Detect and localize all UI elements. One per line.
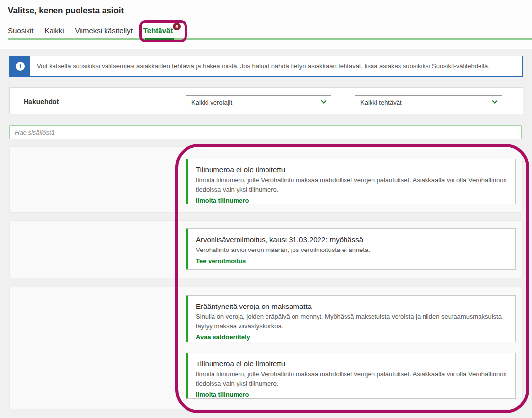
- chevron-down-icon: [321, 98, 326, 104]
- choose-client-screen: Valitse, kenen puolesta asioit Suosikit …: [0, 0, 532, 418]
- info-banner-text: Voit katsella suosikiksi valitsemiesi as…: [30, 56, 522, 76]
- search-conditions-label: Hakuehdot: [24, 98, 59, 106]
- task-title: Arvonlisäveroilmoitus, kausi 31.03.2022:…: [196, 235, 507, 244]
- tab-tehtavat-label: Tehtävät: [143, 27, 173, 35]
- tab-bar: Suosikit Kaikki Viimeksi käsitellyt Teht…: [8, 27, 173, 35]
- task-action-link[interactable]: Avaa saldoerittely: [196, 334, 250, 341]
- tab-kaikki[interactable]: Kaikki: [45, 27, 64, 35]
- page-title: Valitse, kenen puolesta asioit: [8, 6, 124, 16]
- task-type-select-value: Kaikki tehtävät: [360, 99, 402, 106]
- task-type-select[interactable]: Kaikki tehtävät: [355, 95, 502, 109]
- info-banner: i Voit katsella suosikiksi valitsemiesi …: [9, 56, 523, 77]
- chevron-down-icon: [492, 98, 497, 104]
- task-title: Tilinumeroa ei ole ilmoitettu: [196, 360, 507, 368]
- task-description: Sinulla on veroja, joiden eräpäivä on me…: [196, 312, 507, 331]
- tab-suosikit[interactable]: Suosikit: [8, 27, 34, 35]
- search-conditions-panel: Hakuehdot Kaikki verolajit Kaikki tehtäv…: [9, 87, 523, 114]
- task-action-link[interactable]: Ilmoita tilinumero: [196, 391, 249, 398]
- tabs-underline: [8, 38, 532, 40]
- task-description: Verohallinto arvioi veron määrän, jos ve…: [196, 246, 507, 255]
- tab-tehtavat[interactable]: Tehtävät 6: [143, 27, 173, 35]
- task-title: Tilinumeroa ei ole ilmoitettu: [196, 166, 507, 174]
- info-icon-block: i: [10, 56, 30, 76]
- info-icon: i: [16, 62, 25, 71]
- task-card-account-number: Tilinumeroa ei ole ilmoitettu Ilmoita ti…: [186, 159, 516, 204]
- task-card-account-number: Tilinumeroa ei ole ilmoitettu Ilmoita ti…: [186, 353, 516, 399]
- task-card-overdue-taxes: Erääntyneitä veroja on maksamatta Sinull…: [186, 295, 516, 342]
- task-description: Ilmoita tilinumero, jolle Verohallinto m…: [196, 370, 507, 389]
- task-action-link[interactable]: Ilmoita tilinumero: [196, 197, 249, 204]
- active-tab-indicator: [145, 38, 174, 40]
- task-count-badge: 6: [173, 23, 181, 30]
- tax-type-select-value: Kaikki verolajit: [191, 99, 232, 106]
- tax-type-select[interactable]: Kaikki verolajit: [186, 95, 331, 109]
- task-description: Ilmoita tilinumero, jolle Verohallinto m…: [196, 176, 507, 195]
- task-action-link[interactable]: Tee veroilmoitus: [196, 257, 246, 265]
- tab-viimeksi-kasitellyt[interactable]: Viimeksi käsitellyt: [75, 27, 133, 35]
- task-title: Erääntyneitä veroja on maksamatta: [196, 302, 507, 310]
- content-search-input[interactable]: [9, 125, 522, 139]
- task-card-vat-return: Arvonlisäveroilmoitus, kausi 31.03.2022:…: [186, 228, 516, 270]
